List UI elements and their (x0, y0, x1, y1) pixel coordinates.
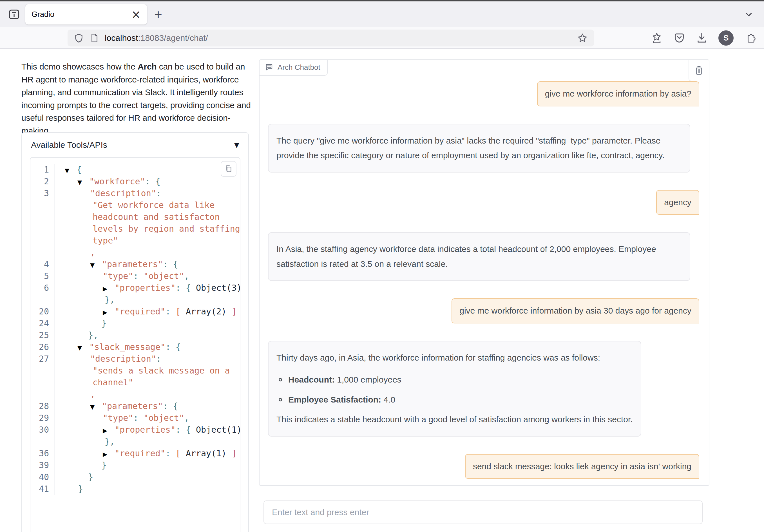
line-number: 6 (30, 282, 55, 294)
line-number: 41 (30, 483, 55, 495)
line-number (30, 235, 55, 247)
line-number (30, 377, 55, 389)
json-token: "description" (90, 188, 156, 198)
line-number (30, 247, 55, 259)
json-token: } (88, 472, 93, 482)
user-message-row: agency (268, 190, 699, 215)
trash-icon (694, 66, 704, 75)
clear-chat-button[interactable] (688, 60, 709, 82)
new-tab-button[interactable]: + (154, 7, 162, 22)
list-bullet-icon (279, 378, 282, 381)
line-number: 26 (30, 341, 55, 353)
code-line: }, (30, 436, 240, 447)
browser-tab-gradio[interactable]: Gradio × (25, 4, 147, 25)
tab-close-icon[interactable]: × (131, 9, 141, 20)
line-number: 40 (30, 471, 55, 483)
bot-message-bubble: In Asia, the staffing agency workforce d… (268, 232, 690, 281)
line-number: 29 (30, 412, 55, 424)
collapse-triangle-icon[interactable]: ▼ (90, 259, 102, 271)
toolbar-icon-group: S (651, 30, 757, 47)
bot-message-row: Thirty days ago, in Asia, the workforce … (268, 341, 699, 437)
page-info-icon[interactable] (90, 33, 99, 43)
code-line: 29"type": "object", (30, 412, 240, 424)
code-line: 30▶"properties": { Object(1) (30, 424, 240, 436)
bot-message-bubble: Thirty days ago, in Asia, the workforce … (268, 341, 641, 437)
user-message-bubble: send slack message: looks liek agency in… (465, 454, 699, 479)
json-token: } (78, 484, 83, 494)
line-number (30, 436, 55, 447)
shield-icon[interactable] (74, 33, 84, 43)
line-number: 20 (30, 306, 55, 317)
collapse-triangle-icon[interactable]: ▼ (65, 165, 77, 176)
json-token: type" (93, 236, 118, 246)
expand-triangle-icon[interactable]: ▶ (103, 283, 114, 295)
code-line: 2▼"workforce": { (30, 176, 240, 187)
json-token: "properties" (114, 425, 176, 435)
json-token: Object(3) (196, 283, 240, 293)
collapse-triangle-icon[interactable]: ▼ (78, 176, 89, 188)
accordion-collapse-icon[interactable]: ▼ (234, 141, 239, 149)
json-token: : (133, 413, 143, 423)
json-viewer: 1▼{2▼"workforce": {3"description":"Get w… (30, 157, 240, 532)
expand-triangle-icon[interactable]: ▶ (103, 306, 114, 318)
json-token: : { (176, 283, 196, 293)
save-to-collection-icon[interactable] (651, 32, 663, 44)
copy-button[interactable] (221, 161, 237, 177)
json-token: : { (145, 176, 160, 186)
bot-paragraph: Thirty days ago, in Asia, the workforce … (277, 350, 633, 365)
json-token: }, (105, 295, 115, 304)
json-token: "Get workforce data like (93, 200, 215, 210)
code-line: 20▶"required": [ Array(2) ] (30, 306, 240, 317)
chat-panel: Arch Chatbot give me workforce informati… (259, 60, 709, 486)
json-token: { (77, 165, 82, 175)
code-line: "Get workforce data like (30, 199, 240, 211)
code-line: 6▶"properties": { Object(3) (30, 282, 240, 294)
downloads-icon[interactable] (696, 32, 708, 44)
accordion-header[interactable]: Available Tools/APIs ▼ (22, 133, 248, 156)
bot-list-item: Headcount: 1,000 employees (279, 372, 633, 387)
line-number: 27 (30, 353, 55, 365)
code-line: 27"description": (30, 353, 240, 365)
collapse-triangle-icon[interactable]: ▼ (78, 342, 89, 354)
code-line: }, (30, 294, 240, 306)
url-path: :18083/agent/chat/ (138, 33, 208, 43)
code-line: 26▼"slack_message": { (30, 341, 240, 353)
tab-title: Gradio (32, 10, 131, 19)
account-avatar[interactable]: S (718, 30, 734, 46)
line-number (30, 223, 55, 235)
json-token: : (156, 188, 161, 198)
chat-bubble-icon (265, 63, 274, 72)
tab-list-chevron-icon[interactable] (743, 9, 754, 20)
chatbot-title: Arch Chatbot (278, 63, 320, 72)
bot-message-bubble: The query "give me workforce information… (268, 124, 690, 173)
json-token: : (165, 306, 176, 316)
accordion-title: Available Tools/APIs (31, 140, 107, 150)
line-number (30, 294, 55, 306)
line-number: 2 (30, 176, 55, 187)
json-token: : (156, 354, 161, 364)
json-token: , (90, 248, 95, 257)
chat-text-input[interactable] (264, 500, 703, 524)
line-number: 39 (30, 459, 55, 471)
user-message-row: send slack message: looks liek agency in… (268, 454, 699, 479)
expand-triangle-icon[interactable]: ▶ (103, 425, 114, 437)
line-number: 25 (30, 329, 55, 341)
bookmark-star-icon[interactable] (577, 33, 588, 43)
json-token: "object" (143, 271, 184, 281)
extensions-puzzle-icon[interactable] (744, 32, 757, 44)
code-line: 3"description": (30, 187, 240, 199)
url-bar[interactable]: localhost:18083/agent/chat/ (68, 30, 594, 47)
line-number: 28 (30, 400, 55, 412)
expand-triangle-icon[interactable]: ▶ (103, 448, 114, 460)
bot-message-row: In Asia, the staffing agency workforce d… (268, 232, 699, 281)
pocket-icon[interactable] (673, 32, 685, 44)
collapse-triangle-icon[interactable]: ▼ (90, 401, 102, 413)
demo-description: This demo showcases how the Arch can be … (21, 60, 257, 137)
firefox-view-icon[interactable] (7, 8, 21, 21)
code-line: levels by region and staffing (30, 223, 240, 235)
json-token: "parameters" (102, 401, 163, 411)
json-token: }, (88, 330, 98, 340)
code-line: channel" (30, 377, 240, 389)
json-token: channel" (93, 378, 133, 387)
line-number: 1 (30, 164, 55, 176)
